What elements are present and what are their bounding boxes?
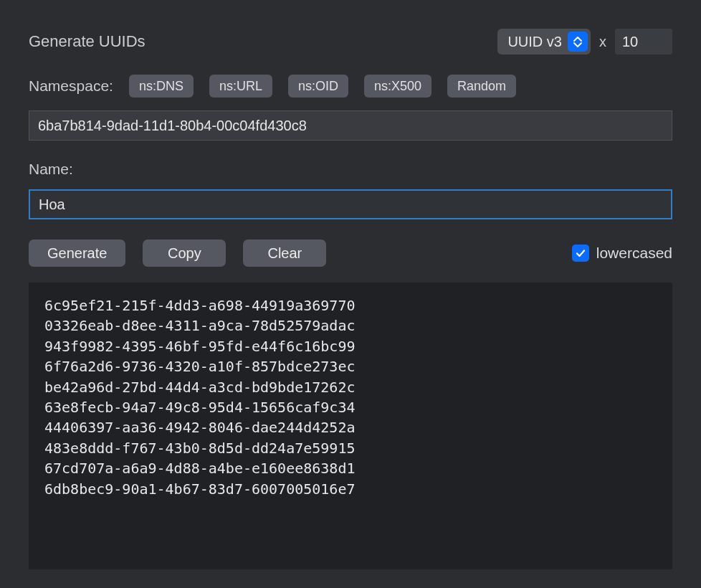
check-icon [575, 247, 586, 259]
output-area[interactable]: 6c95ef21-215f-4dd3-a698-44919a369770 033… [29, 283, 672, 569]
namespace-chip-oid[interactable]: ns:OID [288, 75, 348, 98]
namespace-chip-x500[interactable]: ns:X500 [364, 75, 431, 98]
namespace-label: Namespace: [29, 77, 113, 95]
copy-button[interactable]: Copy [143, 240, 226, 267]
count-input[interactable] [615, 29, 672, 54]
page-title: Generate UUIDs [29, 32, 146, 51]
name-input[interactable] [29, 189, 672, 219]
namespace-chip-url[interactable]: ns:URL [209, 75, 272, 98]
select-stepper-icon[interactable] [568, 32, 588, 52]
name-label: Name: [29, 161, 672, 178]
uuid-version-select[interactable]: UUID v3 [497, 29, 591, 54]
multiplier-symbol: x [599, 34, 606, 50]
namespace-input[interactable] [29, 110, 672, 141]
namespace-chip-random[interactable]: Random [447, 75, 516, 98]
clear-button[interactable]: Clear [243, 240, 326, 267]
lowercased-checkbox[interactable] [572, 245, 589, 262]
uuid-version-label: UUID v3 [507, 34, 562, 50]
generate-button[interactable]: Generate [29, 240, 125, 267]
lowercased-label: lowercased [596, 245, 672, 262]
namespace-chip-dns[interactable]: ns:DNS [129, 75, 194, 98]
namespace-chip-group: ns:DNS ns:URL ns:OID ns:X500 Random [129, 75, 516, 98]
